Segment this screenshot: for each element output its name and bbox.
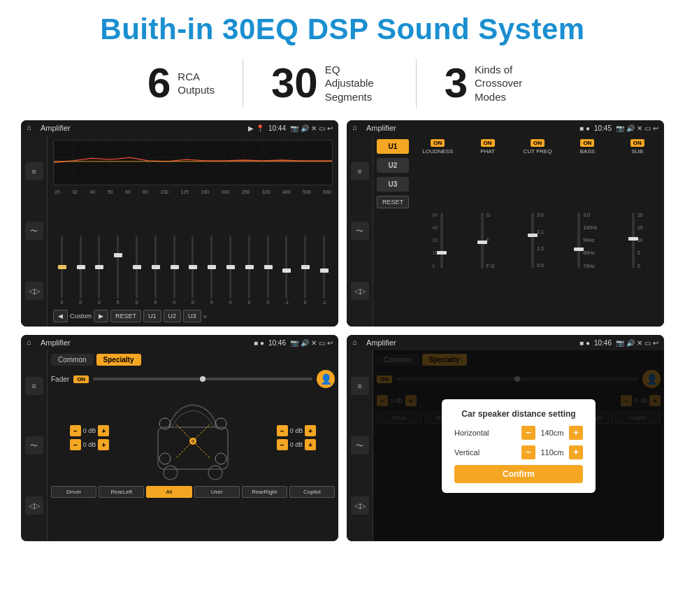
sub-on: ON: [630, 139, 644, 147]
prev-preset-btn[interactable]: ◀: [53, 310, 68, 322]
home-icon-4[interactable]: ⌂: [352, 338, 362, 348]
sidebar-speaker-btn[interactable]: ◁▷: [25, 282, 43, 300]
vertical-minus-btn[interactable]: −: [521, 445, 535, 459]
reset-btn[interactable]: RESET: [110, 310, 141, 322]
fr-minus-btn[interactable]: −: [277, 425, 288, 436]
eq-slider-11[interactable]: 0: [240, 197, 258, 305]
rearleft-btn[interactable]: RearLeft: [99, 486, 144, 498]
u1-btn[interactable]: U1: [143, 310, 161, 322]
speaker-status-bar: ⌂ Amplifier ■ ● 10:46 📷 🔊 ✕ ▭ ↩: [21, 335, 338, 350]
eq-left-sidebar: ≡ 〜 ◁▷: [21, 136, 48, 327]
eq-screen-title: Amplifier: [41, 124, 244, 132]
freq-200: 200: [222, 189, 230, 194]
eq-slider-12[interactable]: 0: [259, 197, 277, 305]
sidebar-wave-btn-4[interactable]: 〜: [351, 436, 369, 454]
rearright-btn[interactable]: RearRight: [242, 486, 287, 498]
fader-track[interactable]: [93, 378, 312, 380]
sidebar-eq-btn-2[interactable]: ≡: [351, 162, 369, 180]
play-preset-btn[interactable]: ▶: [94, 310, 108, 322]
sidebar-wave-btn-2[interactable]: 〜: [351, 222, 369, 240]
eq-slider-15[interactable]: -1: [315, 197, 333, 305]
crossover-reset-btn[interactable]: RESET: [377, 196, 409, 208]
u2-btn[interactable]: U2: [164, 310, 182, 322]
home-icon-2[interactable]: ⌂: [352, 123, 362, 133]
user-btn[interactable]: User: [194, 486, 240, 498]
horizontal-plus-btn[interactable]: +: [569, 426, 583, 440]
speaker-icon: ◁▷: [29, 287, 40, 296]
eq-slider-1[interactable]: 0: [53, 197, 71, 305]
sidebar-eq-btn-4[interactable]: ≡: [351, 377, 369, 395]
horizontal-minus-btn[interactable]: −: [521, 426, 535, 440]
all-btn[interactable]: All: [146, 486, 192, 498]
eq-sliders-icon-2: ≡: [357, 167, 361, 176]
rl-minus-btn[interactable]: −: [70, 439, 81, 450]
freq-32: 32: [72, 189, 78, 194]
sidebar-speaker-btn-4[interactable]: ◁▷: [351, 496, 369, 515]
freq-63: 63: [125, 189, 131, 194]
svg-line-9: [193, 441, 210, 459]
u1-crossover-btn[interactable]: U1: [377, 139, 409, 154]
sidebar-eq-btn-3[interactable]: ≡: [25, 377, 43, 395]
speaker-status-icons: ■ ●: [254, 339, 264, 347]
cutfreq-channel: ON CUT FREQ 3.02.11.30.5: [514, 139, 561, 323]
sidebar-eq-btn[interactable]: ≡: [25, 162, 43, 180]
tab-common[interactable]: Common: [51, 354, 94, 366]
person-icon[interactable]: 👤: [317, 370, 335, 388]
speaker-icon-4: ◁▷: [354, 501, 366, 510]
eq-slider-3[interactable]: 0: [91, 197, 108, 305]
fader-thumb[interactable]: [200, 376, 206, 382]
speaker-dist-time: 10:46: [594, 339, 612, 347]
eq-slider-8[interactable]: 0: [185, 197, 202, 305]
eq-status-icons: ▶ 📍: [248, 124, 264, 132]
u3-crossover-btn[interactable]: U3: [377, 177, 409, 192]
dot-icon-3: ●: [586, 339, 590, 347]
vertical-plus-btn[interactable]: +: [569, 445, 583, 459]
horizontal-label: Horizontal: [454, 429, 489, 437]
fl-plus-btn[interactable]: +: [98, 425, 109, 436]
driver-btn[interactable]: Driver: [51, 486, 96, 498]
fl-db-value: 0 dB: [83, 427, 96, 434]
home-icon-3[interactable]: ⌂: [27, 338, 36, 348]
rr-minus-btn[interactable]: −: [277, 439, 288, 450]
eq-slider-7[interactable]: 0: [166, 197, 183, 305]
eq-slider-2[interactable]: 0: [72, 197, 89, 305]
eq-slider-4[interactable]: 5: [109, 197, 127, 305]
freq-100: 100: [160, 189, 168, 194]
rec-icon-3: ■: [579, 339, 584, 347]
svg-point-2: [164, 466, 178, 480]
fr-plus-btn[interactable]: +: [305, 425, 316, 436]
u2-crossover-btn[interactable]: U2: [377, 158, 409, 173]
eq-slider-14[interactable]: 0: [296, 197, 314, 305]
rr-plus-btn[interactable]: +: [305, 439, 316, 450]
copilot-btn[interactable]: Copilot: [289, 486, 335, 498]
tab-specialty[interactable]: Specialty: [96, 354, 141, 366]
confirm-button[interactable]: Confirm: [454, 465, 583, 483]
rl-plus-btn[interactable]: +: [98, 439, 109, 450]
freq-160: 160: [201, 189, 210, 194]
eq-slider-9[interactable]: 0: [203, 197, 220, 305]
sidebar-wave-btn-3[interactable]: 〜: [25, 436, 43, 454]
eq-slider-10[interactable]: 0: [222, 197, 239, 305]
expand-icon: »: [203, 313, 208, 320]
eq-slider-13[interactable]: -1: [278, 197, 296, 305]
eq-screen: ⌂ Amplifier ▶ 📍 10:44 📷 🔊 ✕ ▭ ↩: [21, 120, 338, 327]
freq-250: 250: [242, 189, 250, 194]
freq-320: 320: [262, 189, 271, 194]
speaker-controls-left: − 0 dB + − 0 dB +: [70, 425, 110, 450]
vertical-control: − 110cm +: [521, 445, 583, 459]
home-icon[interactable]: ⌂: [27, 123, 36, 133]
svg-point-13: [215, 453, 226, 464]
location-icon: 📍: [256, 124, 264, 132]
sidebar-speaker-btn-2[interactable]: ◁▷: [351, 282, 369, 300]
sidebar-speaker-btn-3[interactable]: ◁▷: [25, 496, 43, 515]
eq-slider-5[interactable]: 0: [128, 197, 145, 305]
u3-btn[interactable]: U3: [183, 310, 201, 322]
eq-graph: [53, 140, 333, 185]
distance-dialog: Car speaker distance setting Horizontal …: [442, 399, 596, 493]
fl-minus-btn[interactable]: −: [70, 425, 81, 436]
vertical-label: Vertical: [454, 448, 480, 457]
volume-icon-4: 🔊: [626, 339, 635, 347]
eq-slider-6[interactable]: 0: [147, 197, 164, 305]
sidebar-wave-btn[interactable]: 〜: [25, 222, 43, 240]
camera-icon-2: 📷: [616, 124, 624, 132]
